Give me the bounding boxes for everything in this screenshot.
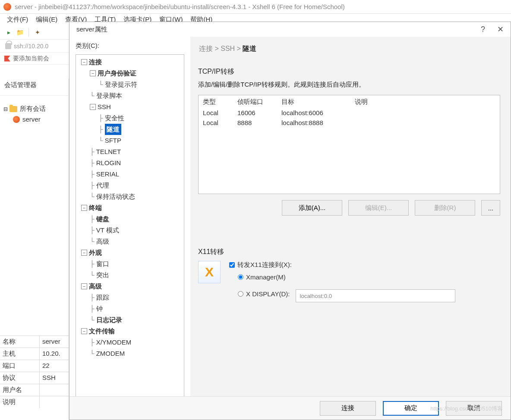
tree-toggle-icon[interactable]: −	[81, 250, 87, 256]
cat-connection[interactable]: 连接	[89, 56, 102, 68]
prop-port-key: 端口	[0, 360, 40, 372]
cat-login-script[interactable]: 登录脚本	[96, 90, 122, 101]
tree-toggle-icon[interactable]: −	[90, 104, 96, 110]
connect-button[interactable]: 连接	[320, 401, 376, 416]
folder-icon	[9, 106, 17, 112]
flag-icon	[4, 56, 10, 62]
properties-dialog: server属性 ? ✕ 类别(C): −连接 −用户身份验证 └登录提示符 └…	[69, 22, 511, 420]
xdisplay-radio-input[interactable]	[238, 291, 243, 297]
window-titlebar: server - jinbeibei@411237:/home/workspac…	[0, 0, 511, 14]
tree-toggle-icon[interactable]: −	[90, 70, 96, 76]
ok-button[interactable]: 确定	[383, 401, 439, 416]
dialog-close-icon[interactable]: ✕	[497, 25, 504, 34]
new-session-icon[interactable]: ▸	[4, 28, 13, 37]
tcp-desc: 添加/编辑/删除TCP/IP转移规则。此规则连接后自动应用。	[198, 81, 500, 89]
tree-toggle-icon[interactable]: −	[81, 283, 87, 289]
window-title: server - jinbeibei@411237:/home/workspac…	[15, 3, 345, 10]
cat-login-prompt[interactable]: 登录提示符	[105, 79, 137, 90]
cat-rlogin[interactable]: RLOGIN	[96, 157, 121, 169]
rule-buttons: 添加(A)... 编辑(E)... 删除(R) ...	[198, 200, 500, 216]
more-rule-button[interactable]: ...	[481, 200, 500, 216]
tcp-group: TCP/IP转移 添加/编辑/删除TCP/IP转移规则。此规则连接后自动应用。 …	[195, 57, 504, 220]
prop-host-val: 10.20.	[40, 348, 69, 360]
x11-xmanager-radio[interactable]: Xmanager(M)	[238, 273, 286, 281]
table-row[interactable]: Local 16006 localhost:6006	[199, 108, 500, 118]
cat-telnet[interactable]: TELNET	[96, 146, 121, 157]
toolbar-misc-icon[interactable]: ✦	[33, 28, 42, 37]
x11-forward-input[interactable]	[229, 262, 235, 268]
dialog-title: server属性	[76, 25, 107, 34]
x11-icon: X	[198, 261, 221, 283]
tree-toggle-icon[interactable]: −	[81, 59, 87, 65]
delete-rule-button[interactable]: 删除(R)	[415, 200, 475, 216]
x11-group: X11转移 X 转发X11连接到(X): Xmanager(M)	[195, 237, 504, 311]
category-column: 类别(C): −连接 −用户身份验证 └登录提示符 └登录脚本 −SSH ├安全…	[69, 37, 190, 396]
cat-terminal[interactable]: 终端	[89, 202, 102, 213]
prop-port-val: 22	[40, 360, 69, 372]
tree-collapse-icon[interactable]: ⊟	[3, 106, 9, 112]
cat-keepalive[interactable]: 保持活动状态	[96, 191, 135, 202]
prop-user-key: 用户名	[0, 384, 40, 396]
cat-highlight[interactable]: 突出	[96, 270, 109, 281]
tree-toggle-icon[interactable]: −	[81, 328, 87, 334]
open-folder-icon[interactable]: 📁	[16, 28, 24, 37]
dialog-titlebar: server属性 ? ✕	[69, 22, 511, 37]
cat-ssh[interactable]: SSH	[98, 101, 111, 113]
dialog-footer: 连接 确定 取消	[69, 396, 511, 420]
prop-proto-val: SSH	[40, 372, 69, 384]
add-rule-button[interactable]: 添加(A)...	[282, 200, 342, 216]
cat-vt[interactable]: VT 模式	[96, 225, 119, 236]
dialog-content: 连接 > SSH > 隧道 TCP/IP转移 添加/编辑/删除TCP/IP转移规…	[190, 37, 511, 396]
cat-keyboard[interactable]: 键盘	[96, 213, 109, 225]
breadcrumb: 连接 > SSH > 隧道	[195, 41, 504, 57]
cat-filetransfer[interactable]: 文件传输	[89, 326, 115, 337]
table-header: 类型 侦听端口 目标 说明	[199, 95, 500, 108]
bc-conn: 连接	[199, 45, 213, 52]
session-icon	[13, 116, 20, 123]
menu-edit[interactable]: 编辑(E)	[33, 15, 60, 25]
x11-forward-checkbox[interactable]: 转发X11连接到(X):	[229, 261, 500, 269]
cat-security[interactable]: 安全性	[105, 113, 124, 124]
dialog-help-icon[interactable]: ?	[481, 25, 485, 34]
cat-xymodem[interactable]: X/YMODEM	[96, 337, 132, 348]
cat-bell[interactable]: 钟	[96, 303, 103, 314]
col-port: 侦听端口	[237, 98, 281, 106]
status-text: 要添加当前会	[13, 55, 49, 63]
cat-zmodem[interactable]: ZMODEM	[96, 348, 125, 359]
col-type: 类型	[203, 98, 237, 106]
menu-file[interactable]: 文件(F)	[4, 15, 31, 25]
session-tree: ⊟ 所有会话 server	[0, 96, 69, 132]
category-tree[interactable]: −连接 −用户身份验证 └登录提示符 └登录脚本 −SSH ├安全性 ├隧道 └…	[76, 54, 184, 408]
table-row[interactable]: Local 8888 localhost:8888	[199, 118, 500, 128]
bc-ssh: SSH	[221, 45, 235, 52]
cat-trace[interactable]: 跟踪	[96, 292, 109, 303]
cat-sftp[interactable]: SFTP	[105, 135, 121, 146]
col-desc: 说明	[355, 98, 495, 106]
cat-advanced[interactable]: 高级	[89, 281, 102, 292]
cat-window[interactable]: 窗口	[96, 258, 109, 270]
tcp-title: TCP/IP转移	[198, 67, 500, 76]
cat-auth[interactable]: 用户身份验证	[98, 68, 136, 79]
cat-tunnel[interactable]: 隧道	[105, 124, 121, 135]
cancel-button[interactable]: 取消	[446, 401, 502, 416]
app-icon	[3, 3, 11, 11]
cat-appearance[interactable]: 外观	[89, 247, 102, 258]
cat-logging[interactable]: 日志记录	[96, 314, 122, 326]
prop-name-key: 名称	[0, 336, 40, 348]
session-tree-root[interactable]: ⊟ 所有会话	[3, 103, 66, 114]
x11-display-radio[interactable]: X DISPLAY(D):	[238, 290, 290, 298]
tree-toggle-icon[interactable]: −	[81, 205, 87, 211]
cat-serial[interactable]: SERIAL	[96, 169, 119, 180]
session-tree-item[interactable]: server	[3, 114, 66, 124]
prop-name-val: server	[40, 336, 69, 348]
forwarding-rules-table[interactable]: 类型 侦听端口 目标 说明 Local 16006 localhost:6006…	[198, 95, 500, 194]
edit-rule-button[interactable]: 编辑(E)...	[348, 200, 409, 216]
xmanager-radio-input[interactable]	[238, 274, 243, 280]
x11-title: X11转移	[198, 248, 500, 257]
lock-icon	[5, 43, 11, 49]
cat-proxy[interactable]: 代理	[96, 180, 109, 191]
session-item-label: server	[22, 116, 41, 123]
x11-display-input[interactable]	[296, 289, 455, 302]
cat-advanced-t[interactable]: 高级	[96, 236, 109, 247]
toolbar-separator	[28, 28, 29, 37]
